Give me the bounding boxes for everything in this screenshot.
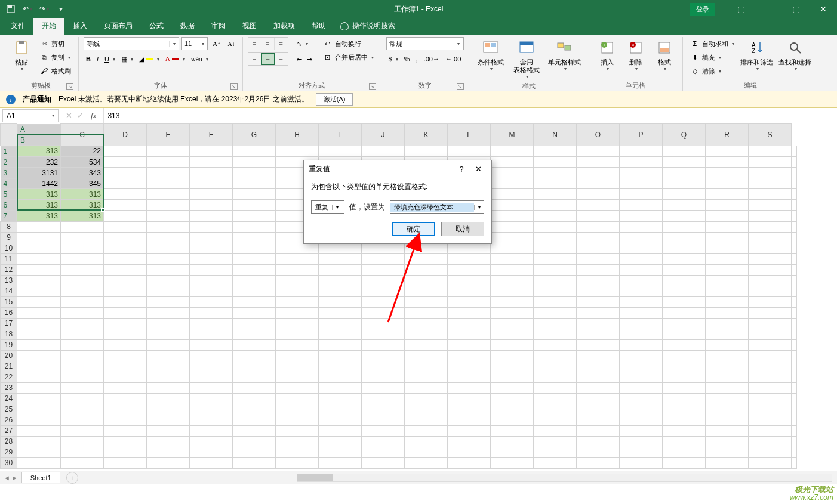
cell[interactable] <box>577 275 620 286</box>
cell[interactable] <box>577 200 620 211</box>
cell[interactable] <box>663 447 706 457</box>
cell[interactable] <box>405 382 448 393</box>
cell[interactable] <box>319 415 362 425</box>
column-header[interactable]: G <box>233 124 276 146</box>
cell[interactable] <box>190 425 233 436</box>
cell[interactable] <box>104 232 147 243</box>
cell[interactable] <box>405 372 448 382</box>
cell[interactable] <box>190 168 233 178</box>
cell[interactable] <box>190 372 233 382</box>
cell[interactable] <box>276 393 319 404</box>
cell[interactable] <box>534 189 577 200</box>
sheet-nav-next[interactable]: ► <box>11 474 18 481</box>
copy-button[interactable]: 复制▾ <box>37 51 73 64</box>
cell[interactable] <box>61 382 104 393</box>
row-header[interactable]: 17 <box>1 318 17 329</box>
cell[interactable] <box>147 264 190 275</box>
undo-button[interactable]: ↶▾ <box>20 2 35 16</box>
row-header[interactable]: 5 <box>1 189 17 200</box>
cell[interactable] <box>663 286 706 296</box>
close-button[interactable]: ✕ <box>810 0 837 18</box>
cell[interactable] <box>104 318 147 329</box>
cell[interactable] <box>448 436 491 447</box>
cell[interactable] <box>405 447 448 457</box>
cell[interactable] <box>491 415 534 425</box>
tab-review[interactable]: 审阅 <box>203 17 234 35</box>
cell[interactable] <box>620 189 663 200</box>
cell[interactable] <box>319 286 362 296</box>
cell[interactable] <box>663 146 706 157</box>
cell[interactable] <box>577 211 620 222</box>
cell[interactable] <box>706 425 749 436</box>
cell[interactable] <box>792 382 797 393</box>
cell[interactable] <box>749 436 792 447</box>
insert-cells-button[interactable]: +插入▾ <box>594 37 620 73</box>
cell[interactable] <box>534 307 577 318</box>
cell[interactable] <box>147 457 190 468</box>
row-header[interactable]: 22 <box>1 372 17 382</box>
cell[interactable] <box>233 275 276 286</box>
column-header[interactable]: B <box>17 135 60 146</box>
cell[interactable] <box>190 404 233 415</box>
cell[interactable] <box>792 361 797 372</box>
cell[interactable] <box>663 211 706 222</box>
cell[interactable] <box>663 275 706 286</box>
cell[interactable] <box>276 404 319 415</box>
cell[interactable] <box>792 221 797 232</box>
cell[interactable] <box>577 382 620 393</box>
dialog-close-button[interactable]: ✕ <box>470 165 487 174</box>
cell[interactable] <box>577 253 620 264</box>
autosum-button[interactable]: 自动求和▾ <box>688 37 737 50</box>
cell[interactable] <box>61 425 104 436</box>
column-header[interactable]: D <box>104 124 147 146</box>
cell[interactable] <box>620 264 663 275</box>
cell[interactable] <box>362 415 405 425</box>
cell[interactable] <box>233 296 276 307</box>
cell[interactable] <box>319 436 362 447</box>
cell[interactable] <box>491 178 534 189</box>
cell[interactable] <box>17 436 61 447</box>
cell[interactable] <box>534 296 577 307</box>
horizontal-scrollbar[interactable] <box>297 474 832 482</box>
cell[interactable] <box>276 361 319 372</box>
cell[interactable]: 313 <box>61 200 104 211</box>
cell[interactable] <box>448 286 491 296</box>
cell[interactable] <box>491 447 534 457</box>
row-header[interactable]: 9 <box>1 232 17 243</box>
cell[interactable] <box>448 415 491 425</box>
cell[interactable] <box>190 307 233 318</box>
cell[interactable] <box>749 329 792 339</box>
cell[interactable] <box>491 232 534 243</box>
cell[interactable] <box>233 415 276 425</box>
cell[interactable] <box>104 425 147 436</box>
cell[interactable] <box>706 168 749 178</box>
cell[interactable] <box>104 264 147 275</box>
cell[interactable] <box>104 457 147 468</box>
cell[interactable] <box>362 350 405 361</box>
cell[interactable] <box>362 243 405 253</box>
cell[interactable] <box>792 307 797 318</box>
row-header[interactable]: 27 <box>1 425 17 436</box>
cell[interactable] <box>792 457 797 468</box>
cell[interactable] <box>190 189 233 200</box>
cell[interactable] <box>362 286 405 296</box>
cell[interactable] <box>104 307 147 318</box>
cell[interactable] <box>276 275 319 286</box>
row-header[interactable]: 19 <box>1 339 17 350</box>
cell[interactable] <box>620 415 663 425</box>
cell[interactable] <box>233 264 276 275</box>
tab-formulas[interactable]: 公式 <box>141 17 172 35</box>
cell[interactable] <box>147 329 190 339</box>
cell[interactable] <box>319 296 362 307</box>
font-name-combo[interactable]: ▾ <box>84 37 179 50</box>
cell[interactable] <box>792 243 797 253</box>
cell[interactable] <box>792 275 797 286</box>
cell[interactable] <box>706 232 749 243</box>
cell[interactable] <box>276 372 319 382</box>
cell[interactable] <box>706 146 749 157</box>
column-header[interactable]: I <box>319 124 362 146</box>
cell[interactable] <box>147 178 190 189</box>
cell[interactable] <box>663 339 706 350</box>
cell[interactable] <box>663 232 706 243</box>
cell[interactable] <box>534 318 577 329</box>
